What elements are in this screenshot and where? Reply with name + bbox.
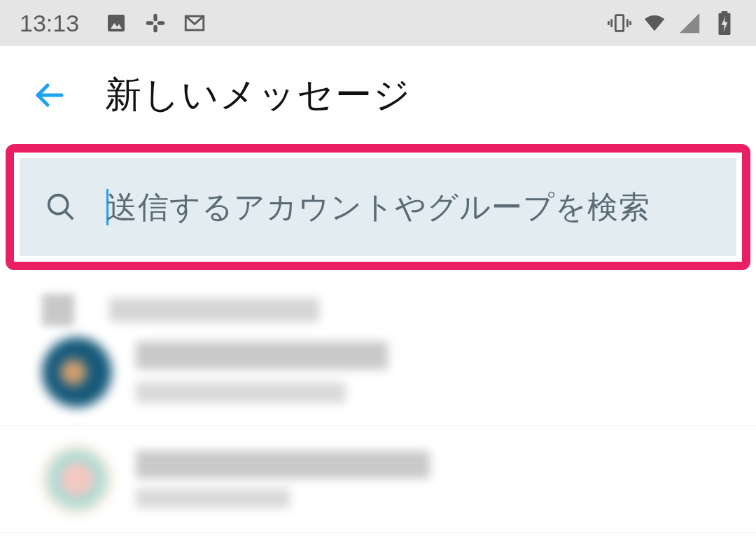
svg-line-18 <box>65 211 74 220</box>
list-item[interactable] <box>0 426 756 533</box>
svg-rect-2 <box>153 14 157 22</box>
status-bar-left: 13:13 <box>20 10 206 37</box>
avatar <box>42 294 74 326</box>
list-item[interactable] <box>0 332 756 426</box>
list-item-handle <box>136 382 346 403</box>
arrow-left-icon <box>32 78 66 112</box>
slack-icon <box>144 11 167 35</box>
search-icon <box>43 190 78 225</box>
svg-rect-0 <box>108 15 125 31</box>
svg-rect-14 <box>722 11 728 14</box>
list-item-name <box>136 451 430 479</box>
results-list <box>0 270 756 533</box>
back-button[interactable] <box>28 74 70 116</box>
svg-rect-5 <box>158 21 165 24</box>
search-highlight-frame <box>6 144 750 270</box>
list-item-handle <box>136 488 290 508</box>
svg-marker-12 <box>680 13 699 33</box>
image-icon <box>104 11 128 35</box>
list-item[interactable] <box>0 277 756 332</box>
avatar <box>42 444 112 514</box>
gmail-icon <box>183 11 206 35</box>
clock-time: 13:13 <box>20 10 79 37</box>
search-input[interactable] <box>106 190 713 225</box>
page-title: 新しいメッセージ <box>105 71 412 120</box>
list-item-name <box>136 341 388 369</box>
svg-rect-4 <box>146 21 154 24</box>
list-item-label <box>109 298 319 322</box>
battery-charging-icon <box>713 11 736 35</box>
status-bar: 13:13 <box>0 0 756 46</box>
wifi-icon <box>643 11 666 35</box>
header: 新しいメッセージ <box>0 46 756 144</box>
cellular-icon <box>678 11 701 35</box>
avatar <box>42 337 112 407</box>
status-bar-right <box>608 11 736 35</box>
svg-rect-7 <box>615 15 623 31</box>
svg-rect-3 <box>153 25 157 33</box>
svg-point-17 <box>49 195 68 214</box>
search-bar[interactable] <box>20 158 736 256</box>
vibrate-icon <box>608 11 631 35</box>
